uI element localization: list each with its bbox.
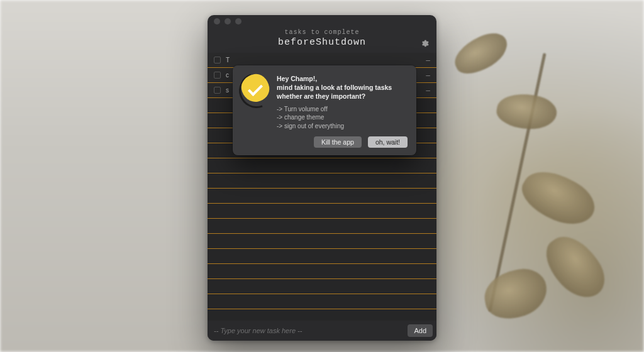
app-window: tasks to complete beforeShutdown T – c –… <box>208 15 436 341</box>
header-subtitle: tasks to complete <box>208 29 436 36</box>
delete-icon[interactable]: – <box>426 72 430 79</box>
dialog-line2: whether are they important? <box>277 92 365 100</box>
add-button[interactable]: Add <box>408 324 433 337</box>
delete-icon[interactable]: – <box>426 57 430 64</box>
task-row[interactable] <box>208 234 436 249</box>
task-row[interactable] <box>208 219 436 234</box>
task-row[interactable] <box>208 189 436 204</box>
dialog-task-item: change theme <box>277 113 408 122</box>
kill-app-button[interactable]: Kill the app <box>314 136 362 148</box>
delete-icon[interactable]: – <box>426 87 430 94</box>
traffic-minimize-icon[interactable] <box>225 18 231 25</box>
dialog-task-item: sign out of everything <box>277 122 408 131</box>
task-row[interactable] <box>208 279 436 294</box>
task-row[interactable] <box>208 204 436 219</box>
dialog-line1: mind taking a look at following tasks <box>277 84 392 91</box>
dialog-task-list: Turn volume off change theme sign out of… <box>277 105 408 131</box>
task-text: c <box>226 72 229 79</box>
task-text: T <box>226 57 230 63</box>
task-text: s <box>226 87 229 94</box>
app-header: tasks to complete beforeShutdown <box>208 28 436 53</box>
dialog-greeting: Hey Champ!, <box>277 75 317 82</box>
task-row[interactable] <box>208 264 436 279</box>
checkbox-icon[interactable] <box>214 87 221 94</box>
task-row[interactable] <box>208 173 436 189</box>
task-row[interactable] <box>208 294 436 309</box>
app-logo-icon <box>242 74 269 102</box>
task-row[interactable] <box>208 249 436 264</box>
titlebar[interactable] <box>208 15 436 28</box>
dialog-task-item: Turn volume off <box>277 105 408 114</box>
checkbox-icon[interactable] <box>214 72 221 79</box>
header-title: beforeShutdown <box>208 37 436 48</box>
confirm-dialog: Hey Champ!, mind taking a look at follow… <box>233 65 416 155</box>
footer: Add <box>208 321 436 341</box>
wait-button[interactable]: oh, wait! <box>368 136 408 148</box>
checkbox-icon[interactable] <box>214 57 221 63</box>
gear-icon[interactable] <box>420 39 429 48</box>
traffic-close-icon[interactable] <box>214 18 220 25</box>
task-row[interactable] <box>208 158 436 173</box>
new-task-input[interactable] <box>214 327 402 334</box>
traffic-zoom-icon[interactable] <box>235 18 242 25</box>
